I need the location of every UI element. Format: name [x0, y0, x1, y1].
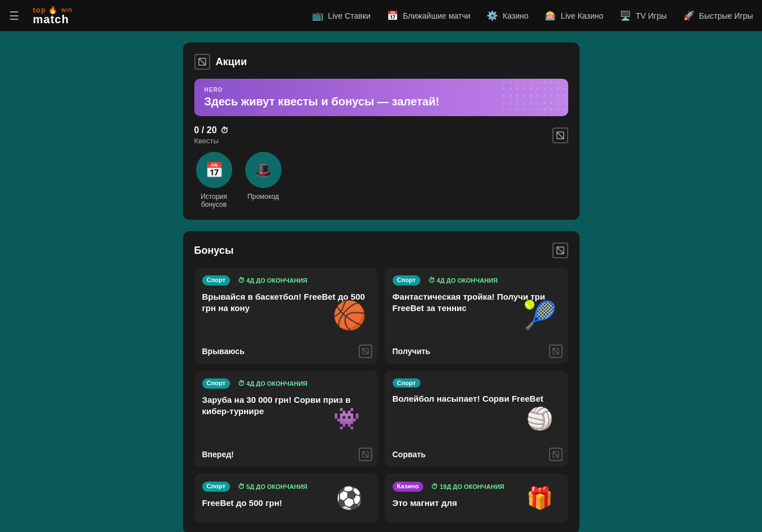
bonus-history-label: История бонусов [194, 193, 234, 208]
tag-sport-2: Спорт [393, 275, 420, 286]
nav-live-bets[interactable]: 📺 Live Ставки [312, 10, 371, 22]
timer-icon-5: ⏱ [238, 483, 245, 491]
bonus-card-freebet[interactable]: ⚽ Спорт ⏱ 5Д ДО ОКОНЧАНИЯ FreeBet до 500… [194, 474, 378, 522]
bonus-tags-4: Спорт [393, 378, 560, 388]
bonus-card-cyber[interactable]: 👾 Спорт ⏱ 4Д ДО ОКОНЧАНИЯ Заруба на 30 0… [194, 371, 378, 467]
timer-text-5: 5Д ДО ОКОНЧАНИЯ [246, 483, 308, 490]
bonus-card-basketball[interactable]: 🏀 Спорт ⏱ 4Д ДО ОКОНЧАНИЯ Врывайся в бас… [194, 267, 378, 364]
nav-upcoming[interactable]: 📅 Ближайшие матчи [386, 10, 470, 22]
bonus-card-tennis[interactable]: 🎾 Спорт ⏱ 4Д ДО ОКОНЧАНИЯ Фантастическая… [385, 267, 568, 364]
tag-sport: Спорт [202, 275, 230, 286]
tag-timer: ⏱ 4Д ДО ОКОНЧАНИЯ [233, 275, 312, 286]
icon-buttons: 📅 История бонусов 🎩 Промокод [194, 152, 568, 208]
tag-timer-2: ⏱ 4Д ДО ОКОНЧАНИЯ [424, 275, 503, 286]
bonus-card-volleyball[interactable]: 🏐 Спорт Волейбол насыпает! Сорви FreeBet… [385, 371, 568, 467]
bonuses-title: Бонусы [194, 245, 234, 257]
main-content: Акции HERO Здесь живут квесты и бонусы —… [0, 31, 762, 532]
content-area: Акции HERO Здесь живут квесты и бонусы —… [183, 42, 580, 532]
bonus-card-magnet[interactable]: 🎁 Казино ⏱ 19Д ДО ОКОНЧАНИЯ Это магнит д… [385, 474, 568, 522]
timer-icon-2: ⏱ [428, 276, 435, 284]
bonus-tags-5: Спорт ⏱ 5Д ДО ОКОНЧАНИЯ [202, 482, 370, 492]
nav-tv-games[interactable]: 🖥️ TV Игры [619, 10, 667, 22]
tag-timer-3: ⏱ 4Д ДО ОКОНЧАНИЯ [233, 378, 312, 389]
promotions-panel: Акции HERO Здесь живут квесты и бонусы —… [183, 42, 580, 220]
bonus-title-4: Волейбол насыпает! Сорви FreeBet [393, 393, 560, 405]
nav-items: 📺 Live Ставки 📅 Ближайшие матчи ⚙️ Казин… [312, 10, 753, 22]
bonus-action-2[interactable]: Получить [393, 347, 560, 356]
quest-info: 0 / 20 ⏱ Квесты [194, 125, 228, 145]
promotions-icon-btn[interactable] [194, 54, 210, 70]
nav-live-bets-label: Live Ставки [328, 11, 371, 20]
upcoming-icon: 📅 [386, 10, 399, 22]
quest-expand-btn[interactable] [552, 127, 568, 143]
navbar: ☰ top 🔥 win match 📺 Live Ставки 📅 Ближай… [0, 0, 762, 31]
tv-icon: 🖥️ [619, 10, 632, 22]
bonus-action[interactable]: Врываюсь [202, 347, 370, 356]
nav-tv-label: TV Игры [636, 11, 667, 20]
bonus-tags-6: Казино ⏱ 19Д ДО ОКОНЧАНИЯ [393, 482, 560, 492]
bonus-title: Врывайся в баскетбол! FreeBet до 500 грн… [202, 291, 370, 313]
nav-casino-label: Казино [503, 11, 529, 20]
bonus-tags-2: Спорт ⏱ 4Д ДО ОКОНЧАНИЯ [393, 275, 560, 286]
live-casino-icon: 🎰 [544, 10, 557, 22]
nav-quick-label: Быстрые Игры [699, 11, 753, 20]
bonuses-header: Бонусы [194, 242, 568, 258]
bonus-title-5: FreeBet до 500 грн! [202, 497, 370, 509]
nav-live-casino-label: Live Казино [561, 11, 603, 20]
nav-casino[interactable]: ⚙️ Казино [486, 10, 529, 22]
casino-icon: ⚙️ [486, 10, 499, 22]
timer-icon: ⏱ [238, 276, 245, 284]
tag-sport-4: Спорт [393, 378, 420, 388]
tag-timer-6: ⏱ 19Д ДО ОКОНЧАНИЯ [427, 482, 509, 492]
timer-icon-6: ⏱ [431, 483, 438, 491]
bonuses-panel: Бонусы 🏀 Спорт ⏱ [183, 231, 580, 532]
promo-code-icon: 🎩 [245, 152, 282, 188]
promotions-title: Акции [216, 56, 247, 68]
tag-timer-5: ⏱ 5Д ДО ОКОНЧАНИЯ [233, 482, 312, 492]
bonus-title-3: Заруба на 30 000 грн! Сорви приз в кибер… [202, 394, 370, 416]
rocket-icon: 🚀 [683, 10, 695, 22]
timer-icon-3: ⏱ [238, 380, 245, 388]
bonus-action-4[interactable]: Сорвать [393, 450, 560, 459]
timer-text-2: 4Д ДО ОКОНЧАНИЯ [437, 277, 498, 284]
quest-timer-icon: ⏱ [220, 126, 228, 135]
promotions-header: Акции [194, 54, 568, 70]
bonus-action-3[interactable]: Вперед! [202, 450, 370, 459]
bonus-title-6: Это магнит для [393, 497, 560, 509]
promo-code-label: Промокод [248, 193, 279, 201]
quest-count: 0 / 20 ⏱ [194, 125, 228, 135]
nav-quick-games[interactable]: 🚀 Быстрые Игры [683, 10, 753, 22]
promo-code-btn[interactable]: 🎩 Промокод [245, 152, 282, 208]
bonus-tags-3: Спорт ⏱ 4Д ДО ОКОНЧАНИЯ [202, 378, 370, 389]
timer-text-3: 4Д ДО ОКОНЧАНИЯ [246, 380, 308, 387]
bonus-history-btn[interactable]: 📅 История бонусов [194, 152, 234, 208]
quest-count-value: 0 / 20 [194, 125, 217, 135]
tag-sport-5: Спорт [202, 482, 230, 492]
menu-icon[interactable]: ☰ [9, 9, 19, 23]
bonuses-grid: 🏀 Спорт ⏱ 4Д ДО ОКОНЧАНИЯ Врывайся в бас… [194, 267, 568, 522]
tag-casino-6: Казино [393, 482, 424, 492]
quest-label: Квесты [194, 137, 228, 145]
logo-win: win [61, 7, 73, 13]
logo[interactable]: top 🔥 win match [33, 6, 73, 25]
quests-row: 0 / 20 ⏱ Квесты [194, 125, 568, 145]
timer-text-6: 19Д ДО ОКОНЧАНИЯ [440, 483, 504, 490]
nav-live-casino[interactable]: 🎰 Live Казино [544, 10, 603, 22]
hero-banner[interactable]: HERO Здесь живут квесты и бонусы — залет… [194, 79, 568, 116]
bonus-history-icon: 📅 [196, 152, 232, 188]
timer-text: 4Д ДО ОКОНЧАНИЯ [246, 277, 308, 284]
bonus-tags: Спорт ⏱ 4Д ДО ОКОНЧАНИЯ [202, 275, 370, 286]
logo-match: match [33, 14, 73, 25]
live-bets-icon: 📺 [312, 10, 324, 22]
bonuses-expand-btn[interactable] [552, 242, 568, 258]
tag-sport-3: Спорт [202, 378, 230, 389]
nav-upcoming-label: Ближайшие матчи [403, 11, 470, 20]
bonus-title-2: Фантастическая тройка! Получи три FreeBe… [393, 291, 560, 313]
